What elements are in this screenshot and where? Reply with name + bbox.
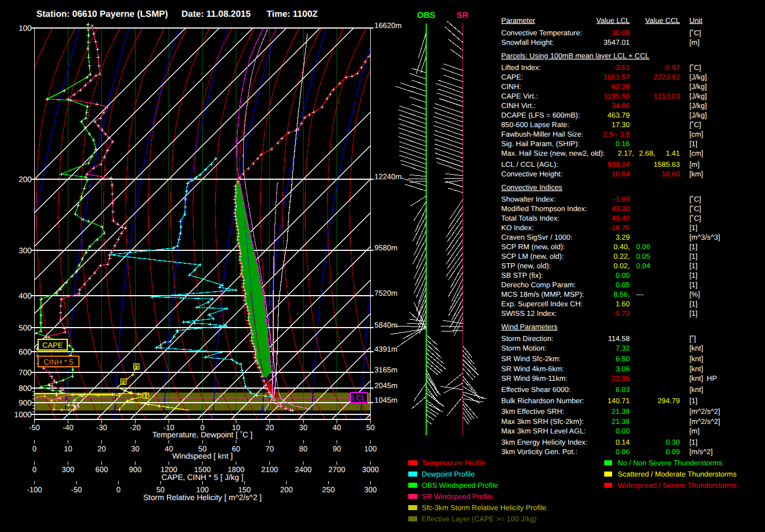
svg-text:0.02,: 0.02, bbox=[614, 262, 630, 270]
svg-text:No / Non Severe Thunderstorms: No / Non Severe Thunderstorms bbox=[618, 459, 722, 467]
svg-text:10.84: 10.84 bbox=[612, 170, 630, 178]
svg-text:Time: 1100Z: Time: 1100Z bbox=[267, 10, 318, 19]
svg-text:[˚C]: [˚C] bbox=[689, 195, 701, 203]
svg-text:3km Vorticity Gen. Pot.:: 3km Vorticity Gen. Pot.: bbox=[501, 447, 577, 456]
svg-text:Convective Indices: Convective Indices bbox=[501, 183, 563, 192]
svg-text:7520m: 7520m bbox=[375, 289, 398, 297]
svg-text:[J/kg]: [J/kg] bbox=[689, 82, 707, 91]
svg-text:10: 10 bbox=[64, 445, 72, 453]
svg-text:700: 700 bbox=[18, 368, 32, 377]
svg-text:Date: 11.08.2015: Date: 11.08.2015 bbox=[181, 10, 251, 19]
svg-text:2: 2 bbox=[122, 380, 125, 385]
svg-text:Fawbush-Miller Hail Size:: Fawbush-Miller Hail Size: bbox=[501, 130, 584, 138]
svg-text:-20: -20 bbox=[130, 423, 141, 432]
svg-text:34.86: 34.86 bbox=[612, 101, 630, 110]
svg-text:Sig. Hail Param. (SHIP):: Sig. Hail Param. (SHIP): bbox=[501, 139, 580, 148]
svg-text:Total Totals Index:: Total Totals Index: bbox=[501, 214, 559, 222]
svg-text:Derecho Comp Param:: Derecho Comp Param: bbox=[501, 281, 576, 289]
svg-text:[˚]: [˚] bbox=[689, 334, 696, 343]
svg-text:0: 0 bbox=[32, 465, 37, 474]
svg-text:10.60: 10.60 bbox=[661, 170, 680, 178]
svg-text:12240m: 12240m bbox=[375, 172, 402, 181]
svg-text:7.32: 7.32 bbox=[615, 344, 629, 352]
svg-text:1585.63: 1585.63 bbox=[654, 160, 680, 169]
svg-text:49.40: 49.40 bbox=[612, 214, 630, 222]
svg-text:Station: 06610 Payerne (LSMP): Station: 06610 Payerne (LSMP) bbox=[36, 10, 168, 19]
svg-text:CAPE:: CAPE: bbox=[501, 73, 523, 81]
svg-text:0.14: 0.14 bbox=[615, 438, 629, 446]
svg-text:[1]: [1] bbox=[689, 309, 697, 318]
svg-text:1.41: 1.41 bbox=[666, 149, 680, 157]
svg-text:Bulk Richardson Number:: Bulk Richardson Number: bbox=[501, 396, 584, 405]
svg-text:Wind Parameters: Wind Parameters bbox=[501, 323, 558, 331]
svg-text:30.08: 30.08 bbox=[612, 29, 630, 37]
svg-text:3547.01: 3547.01 bbox=[604, 38, 630, 46]
svg-text:SWISS 12 Index:: SWISS 12 Index: bbox=[501, 309, 557, 318]
svg-text:3.06: 3.06 bbox=[615, 365, 629, 373]
svg-text:9580m: 9580m bbox=[375, 244, 398, 252]
svg-text:3165m: 3165m bbox=[375, 366, 398, 374]
svg-text:Craven SigSvr / 1000:: Craven SigSvr / 1000: bbox=[501, 233, 572, 241]
svg-text:SCP RM (new, old):: SCP RM (new, old): bbox=[501, 242, 565, 251]
svg-text:114.58: 114.58 bbox=[608, 334, 630, 343]
svg-text:---: --- bbox=[636, 290, 643, 298]
svg-text:CAPE Virt.:: CAPE Virt.: bbox=[501, 92, 538, 100]
svg-text:[J/kg]: [J/kg] bbox=[689, 111, 707, 119]
svg-text:SB STP (fix):: SB STP (fix): bbox=[501, 271, 543, 279]
svg-text:0.09: 0.09 bbox=[666, 447, 680, 456]
svg-text:[m^2/s^2]: [m^2/s^2] bbox=[689, 407, 720, 416]
svg-text:[cm]: [cm] bbox=[689, 149, 703, 157]
svg-text:30: 30 bbox=[299, 423, 307, 432]
svg-text:SR Wind 9km-11km:: SR Wind 9km-11km: bbox=[501, 374, 567, 382]
svg-text:80: 80 bbox=[299, 445, 307, 453]
svg-text:100: 100 bbox=[18, 24, 32, 32]
svg-text:0.22,: 0.22, bbox=[614, 252, 630, 260]
svg-text:[m/s^2]: [m/s^2] bbox=[689, 447, 713, 456]
svg-text:Snowfall Height:: Snowfall Height: bbox=[501, 38, 554, 46]
svg-text:6.03: 6.03 bbox=[615, 385, 629, 394]
svg-text:HP: HP bbox=[707, 374, 717, 382]
svg-text:STP (new, old):: STP (new, old): bbox=[501, 262, 551, 270]
svg-text:60: 60 bbox=[232, 445, 240, 453]
svg-text:200: 200 bbox=[280, 486, 293, 494]
svg-text:-5.97: -5.97 bbox=[663, 63, 680, 72]
svg-text:LCL / CCL (AGL):: LCL / CCL (AGL): bbox=[501, 160, 558, 169]
svg-text:[˚C]: [˚C] bbox=[689, 214, 701, 222]
svg-text:2.5 - 3.8: 2.5 - 3.8 bbox=[603, 130, 630, 138]
svg-text:[˚C]: [˚C] bbox=[689, 29, 701, 37]
svg-text:[1]: [1] bbox=[689, 252, 697, 260]
svg-text:[m]: [m] bbox=[689, 427, 699, 435]
svg-text:Unit: Unit bbox=[689, 16, 703, 25]
svg-text:0.05: 0.05 bbox=[636, 252, 650, 260]
svg-text:20: 20 bbox=[97, 445, 106, 453]
svg-text:21.38: 21.38 bbox=[612, 407, 630, 416]
svg-text:21.38: 21.38 bbox=[612, 417, 630, 426]
svg-text:Parcels: Using 100mB mean laye: Parcels: Using 100mB mean layer LCL + CC… bbox=[501, 52, 649, 60]
svg-text:-50: -50 bbox=[29, 423, 40, 432]
svg-text:900: 900 bbox=[18, 398, 32, 407]
svg-text:Temperature, Dewpoint [ ˚C ]: Temperature, Dewpoint [ ˚C ] bbox=[152, 430, 253, 439]
svg-text:140.71: 140.71 bbox=[608, 396, 630, 405]
svg-text:[1]: [1] bbox=[689, 300, 697, 308]
svg-text:[km]: [km] bbox=[689, 170, 703, 178]
svg-text:[1]: [1] bbox=[689, 242, 697, 251]
svg-text:2.68,: 2.68, bbox=[639, 149, 655, 157]
svg-text:SR Wind Sfc-2km:: SR Wind Sfc-2km: bbox=[501, 354, 561, 363]
svg-text:-100: -100 bbox=[27, 486, 42, 494]
svg-text:KO Index:: KO Index: bbox=[501, 223, 534, 232]
svg-text:Max 3km SRH (Sfc-2km):: Max 3km SRH (Sfc-2km): bbox=[501, 417, 584, 426]
svg-text:20: 20 bbox=[265, 423, 274, 432]
svg-text:[J/kg]: [J/kg] bbox=[689, 92, 707, 100]
svg-text:Exp. Supercell Index CH:: Exp. Supercell Index CH: bbox=[501, 300, 582, 308]
svg-text:2400: 2400 bbox=[295, 465, 311, 474]
svg-text:LCL: LCL bbox=[352, 394, 366, 402]
svg-text:3km Effective SRH:: 3km Effective SRH: bbox=[501, 407, 564, 416]
svg-text:Value LCL: Value LCL bbox=[596, 16, 630, 25]
svg-text:1.60: 1.60 bbox=[615, 300, 629, 308]
svg-text:2223.92: 2223.92 bbox=[654, 73, 680, 81]
svg-text:2.17,: 2.17, bbox=[618, 149, 634, 157]
svg-text:Value CCL: Value CCL bbox=[645, 16, 680, 25]
svg-text:SCP LM (new, old):: SCP LM (new, old): bbox=[501, 252, 564, 260]
svg-text:[J/kg]: [J/kg] bbox=[689, 73, 707, 81]
svg-text:[knt]: [knt] bbox=[689, 385, 703, 394]
